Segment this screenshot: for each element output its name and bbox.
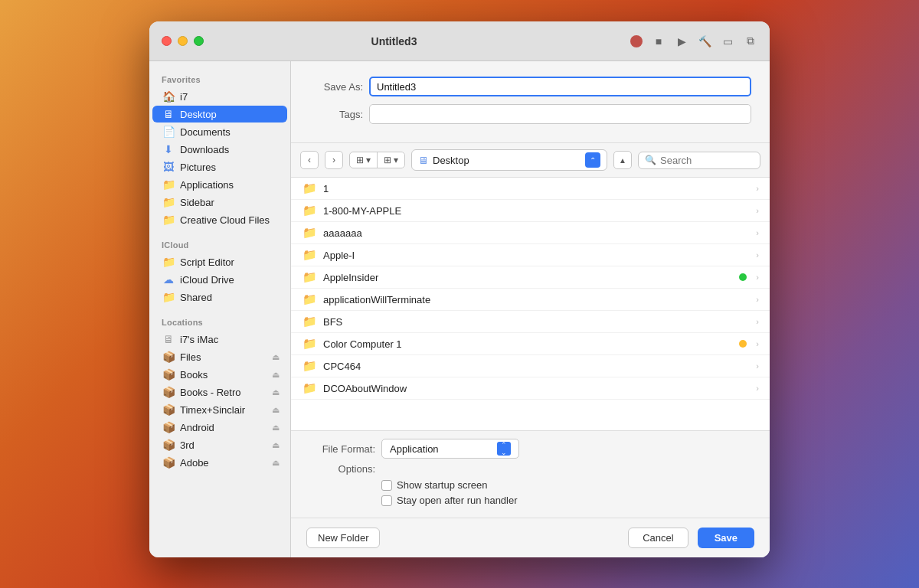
search-icon: 🔍 (645, 155, 656, 165)
folder-icon-aaaaaaa: 📁 (302, 226, 317, 240)
option2-checkbox[interactable] (381, 495, 392, 506)
file-item-cpc464[interactable]: 📁 CPC464 › (291, 355, 770, 377)
stop-icon[interactable]: ■ (652, 34, 666, 48)
sidebar-item-label-books: Books (180, 369, 208, 381)
sidebar-item-books-retro[interactable]: 📦 Books - Retro ⏏ (152, 384, 287, 400)
file-item-bfs[interactable]: 📁 BFS › (291, 311, 770, 333)
sidebar-item-label-documents: Documents (180, 126, 231, 138)
sidebar-item-label-adobe: Adobe (180, 457, 209, 469)
sidebar-item-script-editor[interactable]: 📁 Script Editor (152, 253, 287, 270)
sidebar-item-adobe[interactable]: 📦 Adobe ⏏ (152, 454, 287, 471)
file-format-select[interactable]: Application ⌃⌄ (381, 439, 519, 459)
locations-header: Locations (149, 312, 290, 330)
column-view-button[interactable]: ⊞ ▾ (350, 152, 378, 168)
sidebar-item-label-downloads: Downloads (180, 144, 229, 155)
sidebar-item-icloud-drive[interactable]: ☁ iCloud Drive (152, 271, 287, 288)
sidebar-item-android[interactable]: 📦 Android ⏏ (152, 419, 287, 436)
sidebar-item-pictures[interactable]: 🖼 Pictures (152, 158, 287, 175)
file-chevron-color-computer: › (756, 339, 759, 348)
sidebar-item-sidebar[interactable]: 📁 Sidebar (152, 194, 287, 211)
pictures-icon: 🖼 (162, 161, 175, 173)
eject-3rd-icon[interactable]: ⏏ (272, 440, 280, 450)
location-picker[interactable]: 🖥 Desktop ⌃ (411, 149, 607, 171)
file-name-apple-i: Apple-I (323, 250, 750, 261)
sidebar-item-i7[interactable]: 🏠 i7 (152, 88, 287, 105)
sidebar: Favorites 🏠 i7 🖥 Desktop 📄 Documents ⬇ D… (149, 61, 291, 557)
nav-bar: ‹ › ⊞ ▾ ⊞ ▾ 🖥 Desktop ⌃ ▲ (291, 143, 770, 178)
file-format-value: Application (390, 443, 439, 455)
back-button[interactable]: ‹ (300, 151, 319, 169)
sidebar-item-label-files: Files (180, 351, 201, 363)
sidebar-item-files[interactable]: 📦 Files ⏏ (152, 348, 287, 365)
files-icon: 📦 (162, 351, 175, 363)
sidebar-item-shared[interactable]: 📁 Shared (152, 289, 287, 305)
folder-icon-apple-support: 📁 (302, 204, 317, 217)
file-chevron-cpc464: › (756, 361, 759, 371)
creative-cloud-icon: 📁 (162, 214, 175, 226)
file-item-appwillterminate[interactable]: 📁 applicationWillTerminate › (291, 289, 770, 311)
sidebar-item-timex[interactable]: 📦 Timex+Sinclair ⏏ (152, 401, 287, 418)
folder-icon-appwillterminate: 📁 (302, 292, 317, 306)
search-input[interactable] (660, 155, 754, 166)
option1-checkbox[interactable] (381, 480, 392, 491)
layout-icon[interactable]: ▭ (721, 34, 734, 48)
sidebar-item-creative-cloud[interactable]: 📁 Creative Cloud Files (152, 211, 287, 228)
script-editor-icon: 📁 (162, 256, 175, 268)
file-item-apple-support[interactable]: 📁 1-800-MY-APPLE › (291, 200, 770, 222)
file-item-1[interactable]: 📁 1 › (291, 178, 770, 200)
forward-button[interactable]: › (325, 151, 343, 169)
bottom-options: File Format: Application ⌃⌄ Options: Sho… (291, 431, 770, 518)
grid-view-button[interactable]: ⊞ ▾ (378, 152, 404, 168)
eject-books-icon[interactable]: ⏏ (272, 370, 280, 380)
sidebar-item-label-script-editor: Script Editor (180, 256, 234, 268)
adobe-icon: 📦 (162, 456, 175, 469)
folder-icon-cpc464: 📁 (302, 359, 317, 373)
sidebar-item-documents[interactable]: 📄 Documents (152, 123, 287, 140)
option2-label: Stay open after run handler (397, 495, 518, 506)
eject-books-retro-icon[interactable]: ⏏ (272, 387, 280, 397)
status-dot-color-computer (739, 340, 747, 348)
new-folder-button[interactable]: New Folder (306, 528, 380, 548)
3rd-icon: 📦 (162, 439, 175, 451)
eject-adobe-icon[interactable]: ⏏ (272, 458, 280, 468)
run-icon[interactable]: ▶ (675, 34, 688, 48)
save-button[interactable]: Save (698, 528, 754, 548)
sidebar-item-applications[interactable]: 📁 Applications (152, 176, 287, 193)
file-item-aaaaaaa[interactable]: 📁 aaaaaaa › (291, 222, 770, 244)
file-item-apple-i[interactable]: 📁 Apple-I › (291, 244, 770, 266)
location-arrow-button[interactable]: ⌃ (585, 152, 600, 168)
cancel-button[interactable]: Cancel (628, 528, 688, 548)
record-icon[interactable] (630, 35, 643, 47)
favorites-header: Favorites (149, 69, 290, 87)
collapse-button[interactable]: ▲ (613, 151, 632, 169)
save-as-label: Save As: (309, 81, 363, 93)
sidebar-item-books[interactable]: 📦 Books ⏏ (152, 366, 287, 383)
main-window: Untitled3 ■ ▶ 🔨 ▭ ⧉ Favorites 🏠 i7 🖥 Des… (149, 21, 770, 557)
tags-input[interactable] (369, 104, 751, 124)
sidebar-item-downloads[interactable]: ⬇ Downloads (152, 141, 287, 158)
window-title: Untitled3 (158, 35, 630, 47)
icloud-header: iCloud (149, 234, 290, 253)
sidebar-item-desktop[interactable]: 🖥 Desktop (152, 106, 287, 122)
location-folder-icon: 🖥 (418, 155, 428, 166)
sidebar-item-imac[interactable]: 🖥 i7's iMac (152, 331, 287, 348)
save-as-input[interactable] (369, 77, 751, 96)
sidebar-item-label-desktop: Desktop (180, 109, 217, 120)
file-chevron-bfs: › (756, 317, 759, 326)
file-item-dcoaboutwindow[interactable]: 📁 DCOAboutWindow › (291, 377, 770, 400)
sidebar-item-3rd[interactable]: 📦 3rd ⏏ (152, 436, 287, 453)
eject-timex-icon[interactable]: ⏏ (272, 405, 280, 415)
sidebar-item-label-3rd: 3rd (180, 439, 195, 451)
eject-android-icon[interactable]: ⏏ (272, 423, 280, 433)
compile-icon[interactable]: 🔨 (698, 34, 711, 48)
save-dialog: Save As: Tags: ‹ › ⊞ ▾ ⊞ (291, 61, 770, 557)
toolbar-icons: ■ ▶ 🔨 ▭ ⧉ (630, 34, 757, 48)
eject-files-icon[interactable]: ⏏ (272, 352, 280, 362)
sidebar-item-label-shared: Shared (180, 292, 212, 303)
folder-icon-appleinsider: 📁 (302, 270, 317, 284)
title-bar: Untitled3 ■ ▶ 🔨 ▭ ⧉ (149, 21, 770, 61)
option1-row: Show startup screen (381, 479, 754, 491)
file-item-appleinsider[interactable]: 📁 AppleInsider › (291, 266, 770, 289)
split-view-icon[interactable]: ⧉ (744, 34, 757, 48)
file-item-color-computer[interactable]: 📁 Color Computer 1 › (291, 333, 770, 355)
